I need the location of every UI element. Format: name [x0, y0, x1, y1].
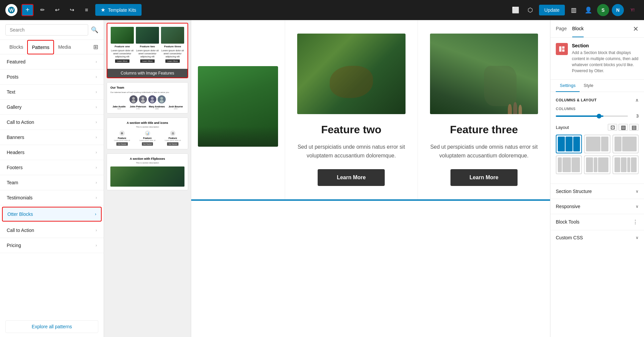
layout-opt-3[interactable]: ▤ [629, 124, 639, 131]
panel-tab-style[interactable]: Style [580, 80, 597, 92]
wp-logo[interactable]: W [5, 4, 17, 16]
feature-col-2: Feature two Sed ut perspiciatis unde omn… [285, 20, 418, 199]
panel-inner-tabs: Settings Style [550, 80, 644, 92]
layout-grid-item-3[interactable] [612, 135, 639, 153]
pattern-preview-columns: Feature one Lorem ipsum dolor sit amet c… [107, 23, 187, 69]
explore-all-patterns-button[interactable]: Explore all patterns [5, 320, 98, 333]
pattern-card-team[interactable]: Our Team Our talented team of hard-worki… [107, 82, 188, 113]
block-icon [556, 43, 568, 55]
layout-grid-item-5[interactable] [584, 155, 610, 174]
search-input[interactable] [5, 24, 88, 36]
sidebar-search: 🔍 [0, 20, 104, 40]
sidebar-tabs: Blocks Patterns Media ⊞ [0, 40, 104, 54]
tab-media[interactable]: Media [54, 40, 75, 54]
pattern-card-flipboxes[interactable]: A section with Flipboxes This is section… [107, 153, 188, 190]
layout-grid-item-2[interactable] [584, 135, 610, 153]
responsive-accordion[interactable]: Responsive ∨ [550, 199, 644, 214]
chevron-icon: › [96, 59, 97, 64]
layout-grid-item-4[interactable] [556, 155, 582, 174]
chevron-icon: › [96, 195, 97, 200]
list-view-button[interactable]: ≡ [80, 4, 93, 16]
svg-text:W: W [9, 7, 14, 13]
sidebar-items: Featured › Posts › Text › Gallery › Call… [0, 54, 104, 316]
columns-layout-section: Columns & Layout ∧ COLUMNS 3 Layout ⊡ ▧ … [550, 92, 644, 184]
section-structure-chevron: ∨ [636, 189, 639, 194]
feature-image-2 [297, 34, 406, 114]
pattern-card-columns[interactable]: Feature one Lorem ipsum dolor sit amet c… [107, 23, 188, 78]
panel-tab-page[interactable]: Page [556, 20, 567, 37]
block-tools-accordion[interactable]: Block Tools ⋮ [550, 214, 644, 230]
feature-3-text: Sed ut perspiciatis unde omnis natus err… [430, 143, 538, 160]
sidebar-item-team[interactable]: Team › [0, 175, 104, 190]
layout-grid-item-1[interactable] [556, 135, 582, 153]
svg-rect-10 [559, 46, 561, 52]
collapse-icon[interactable]: ∧ [635, 97, 639, 103]
svg-rect-12 [562, 49, 565, 52]
svg-point-8 [160, 97, 163, 100]
columns-row: 3 [556, 113, 639, 118]
feature-2-text: Sed ut perspiciatis unde omnis natus err… [297, 143, 406, 160]
feature-3-learn-more-button[interactable]: Learn More [450, 169, 518, 186]
pencil-button[interactable]: ✏ [36, 4, 48, 16]
settings-button[interactable]: ▥ [568, 4, 580, 16]
chevron-icon: › [96, 90, 97, 94]
sidebar-item-testimonials[interactable]: Testimonials › [0, 190, 104, 205]
sidebar-item-featured[interactable]: Featured › [0, 54, 104, 69]
feature-2-learn-more-button[interactable]: Learn More [318, 169, 385, 186]
svg-point-9 [160, 100, 164, 103]
tab-patterns[interactable]: Patterns [27, 40, 54, 54]
chevron-icon: › [96, 120, 97, 125]
block-tools-dots[interactable]: ⋮ [633, 219, 639, 225]
layout-grid-item-6[interactable] [612, 155, 639, 174]
columns-slider[interactable] [556, 115, 628, 117]
close-panel-button[interactable]: ✕ [633, 25, 639, 33]
undo-button[interactable]: ↩ [51, 4, 63, 16]
avatar-green: S [597, 4, 609, 16]
sidebar-item-otter-blocks[interactable]: Otter Blocks › [2, 207, 102, 222]
svg-point-3 [131, 100, 136, 103]
sidebar-item-gallery[interactable]: Gallery › [0, 100, 104, 115]
columns-label: COLUMNS [556, 107, 639, 111]
sidebar-item-call-to-action-2[interactable]: Call to Action › [0, 223, 104, 238]
add-block-button[interactable]: + [21, 4, 34, 16]
svg-point-7 [150, 100, 154, 103]
sidebar-item-text[interactable]: Text › [0, 85, 104, 100]
tab-blocks[interactable]: Blocks [5, 40, 27, 54]
external-button[interactable]: ⬡ [524, 4, 536, 16]
columns-value: 3 [632, 113, 639, 118]
chevron-icon: › [96, 243, 97, 248]
sidebar-item-call-to-action[interactable]: Call to Action › [0, 115, 104, 130]
chevron-icon: › [96, 75, 97, 79]
sidebar-item-banners[interactable]: Banners › [0, 130, 104, 145]
svg-point-4 [142, 97, 144, 100]
user1-button[interactable]: 👤 [582, 4, 594, 16]
pattern-panel: Feature one Lorem ipsum dolor sit amet c… [104, 20, 191, 337]
svg-rect-11 [562, 46, 565, 49]
sidebar-item-headers[interactable]: Headers › [0, 145, 104, 160]
layout-opt-1[interactable]: ⊡ [608, 124, 617, 131]
preview-button[interactable]: ⬜ [509, 4, 522, 16]
template-kits-button[interactable]: ★ Template Kits [95, 4, 142, 16]
toolbar: W + ✏ ↩ ↪ ≡ ★ Template Kits ⬜ ⬡ Update ▥… [0, 0, 644, 20]
custom-css-accordion[interactable]: Custom CSS ∨ [550, 230, 644, 245]
pattern-card-icons[interactable]: A section with title and icons This is s… [107, 117, 188, 149]
template-kits-label: Template Kits [108, 7, 136, 13]
layout-options: ⊡ ▧ ▤ [608, 124, 639, 131]
columns-slider-thumb [597, 114, 601, 118]
panel-tab-block[interactable]: Block [572, 20, 584, 37]
update-button[interactable]: Update [539, 5, 565, 15]
custom-css-chevron: ∨ [636, 235, 639, 240]
pattern-preview-icons: A section with title and icons This is s… [107, 118, 188, 149]
sidebar-item-pricing[interactable]: Pricing › [0, 238, 104, 253]
yoast-button[interactable]: Y! [627, 4, 639, 16]
sidebar-item-footers[interactable]: Footers › [0, 160, 104, 175]
sidebar-item-posts[interactable]: Posts › [0, 69, 104, 85]
search-icon[interactable]: 🔍 [91, 26, 98, 34]
feature-3-title: Feature three [450, 124, 518, 136]
panel-tab-settings[interactable]: Settings [556, 80, 580, 92]
svg-point-5 [141, 100, 145, 103]
redo-button[interactable]: ↪ [66, 4, 78, 16]
section-structure-accordion[interactable]: Section Structure ∨ [550, 184, 644, 199]
grid-view-icon[interactable]: ⊞ [93, 40, 98, 54]
layout-opt-2[interactable]: ▧ [619, 124, 628, 131]
